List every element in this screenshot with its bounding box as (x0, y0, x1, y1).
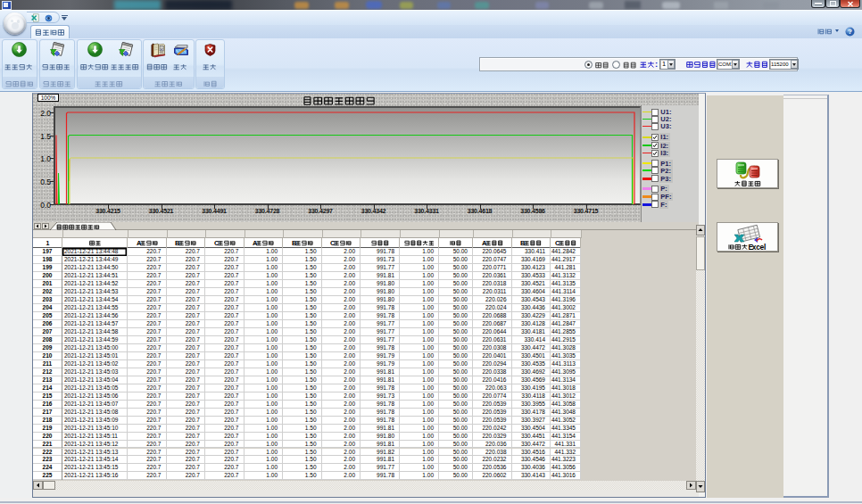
svg-text:C: C (555, 239, 560, 247)
svg-text:B: B (175, 239, 180, 247)
svg-text:B: B (292, 239, 297, 247)
svg-text::: : (655, 59, 658, 69)
svg-text:A: A (482, 239, 487, 247)
svg-text:A: A (253, 239, 258, 247)
svg-text:C: C (330, 239, 336, 247)
svg-text:A: A (137, 239, 142, 247)
svg-text:B: B (520, 239, 526, 247)
svg-text:C: C (214, 239, 220, 247)
svg-text:?: ? (848, 28, 852, 36)
svg-text:l: l (764, 242, 766, 251)
